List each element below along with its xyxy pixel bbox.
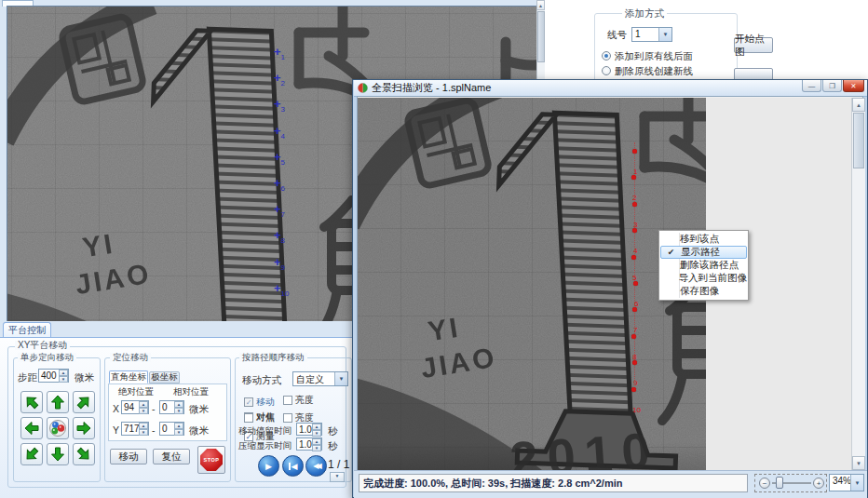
menu-item[interactable]: 导入到当前图像 xyxy=(660,272,747,285)
radio-add-after-line[interactable] xyxy=(602,51,611,61)
checkbox-对焦[interactable]: 对焦 xyxy=(244,411,275,424)
move-up-button[interactable] xyxy=(47,391,69,413)
plus-marker-icon: + xyxy=(274,228,281,242)
trackball-icon xyxy=(49,420,66,437)
scan-point-marker[interactable]: +2 xyxy=(274,69,285,86)
display-time-spinner[interactable]: 1.0 ▲▼ xyxy=(296,437,322,451)
scan-point-marker[interactable]: +7 xyxy=(274,200,285,217)
y-dash: - xyxy=(152,424,156,436)
scroll-up-icon[interactable]: ▲ xyxy=(852,98,865,112)
main-window-left-edge xyxy=(0,7,7,322)
close-button[interactable]: ✕ xyxy=(843,80,864,92)
scan-point-marker[interactable]: +1 xyxy=(274,43,285,60)
dot-marker-icon xyxy=(632,228,637,233)
checkbox-移动[interactable]: ✓移动 xyxy=(244,396,275,409)
page-spinner[interactable]: ▼ xyxy=(330,472,345,482)
move-button[interactable]: 移动 xyxy=(110,449,147,464)
rewind-icon: ◀◀ xyxy=(313,462,319,470)
path-point-marker[interactable]: 10 xyxy=(631,379,640,412)
x-label: X xyxy=(113,403,119,414)
checkbox-亮度[interactable]: 亮度 xyxy=(283,394,314,407)
minimize-button[interactable]: — xyxy=(802,80,821,92)
skip-to-start-button[interactable]: ◀ xyxy=(282,455,304,477)
add-mode-title: 添加方式 xyxy=(622,7,667,20)
relative-header: 相对位置 xyxy=(173,386,209,398)
move-down-left-button[interactable] xyxy=(20,443,43,465)
move-mode-combo[interactable]: 自定义 ▼ xyxy=(292,371,348,386)
scan-point-marker[interactable]: +4 xyxy=(274,122,285,139)
arrow-down-icon xyxy=(50,447,65,462)
positioning-title: 定位移动 xyxy=(110,353,151,362)
zoom-slider-handle[interactable] xyxy=(776,477,783,489)
checkbox-icon: ✓ xyxy=(244,397,253,407)
move-right-button[interactable] xyxy=(73,417,95,439)
maximize-button[interactable]: ❐ xyxy=(822,80,842,92)
step-unit: 微米 xyxy=(75,371,94,384)
move-up-right-button[interactable] xyxy=(73,391,95,413)
move-down-right-button[interactable] xyxy=(73,443,95,465)
dot-marker-icon xyxy=(632,307,637,312)
plus-marker-icon: + xyxy=(274,255,281,269)
line-number-combo[interactable]: 1 ▼ xyxy=(631,27,672,42)
spin-up-icon[interactable]: ▲ xyxy=(59,370,68,376)
zoom-in-icon[interactable]: + xyxy=(813,478,824,489)
arrow-up-icon xyxy=(50,395,65,410)
menu-item[interactable]: 保存图像 xyxy=(660,285,747,298)
trackball-button[interactable] xyxy=(47,417,69,439)
plus-marker-icon: + xyxy=(274,176,281,190)
menu-item[interactable]: 移到该点 xyxy=(660,233,747,246)
dot-marker-icon xyxy=(631,334,636,339)
scan-point-marker[interactable]: +8 xyxy=(274,226,285,243)
panorama-image[interactable] xyxy=(358,98,706,470)
dot-marker-icon xyxy=(631,387,636,392)
menu-item[interactable]: ✔显示路径 xyxy=(660,246,747,259)
step-spinner[interactable]: 400 ▲▼ xyxy=(38,369,69,383)
scan-point-marker[interactable]: +3 xyxy=(274,95,285,112)
stop-sign-icon: STOP xyxy=(200,449,223,471)
x-absolute-spinner[interactable]: 94 ▲▼ xyxy=(121,400,149,414)
scrollbar-thumb[interactable] xyxy=(537,11,545,62)
y-relative-spinner[interactable]: 0 ▲▼ xyxy=(159,422,184,436)
zoom-level-combo[interactable]: 34% ▼ xyxy=(829,474,864,491)
arrow-up-right-icon xyxy=(74,392,95,413)
dialog-vertical-scrollbar[interactable]: ▲ ▼ xyxy=(851,98,865,470)
plus-marker-icon: + xyxy=(274,45,281,59)
move-up-left-button[interactable] xyxy=(20,391,43,413)
dwell-time-spinner[interactable]: 1.0 ▲▼ xyxy=(296,423,322,436)
chevron-down-icon: ▼ xyxy=(334,372,347,385)
scan-point-marker[interactable]: +5 xyxy=(274,148,285,165)
menu-item[interactable]: 删除该路径点 xyxy=(660,259,747,272)
tab-cartesian[interactable]: 直角坐标 xyxy=(109,370,148,384)
tab-platform-control[interactable]: 平台控制 xyxy=(3,322,51,338)
dialog-title: 全景扫描浏览 - 1.splName xyxy=(372,81,491,95)
move-down-button[interactable] xyxy=(47,443,69,465)
absolute-header: 绝对位置 xyxy=(118,386,154,398)
scan-point-marker[interactable]: +9 xyxy=(274,253,285,270)
radio-delete-create-line[interactable] xyxy=(602,66,611,75)
reset-button[interactable]: 复位 xyxy=(153,449,190,464)
scroll-up-icon[interactable]: ▲ xyxy=(536,0,545,10)
stop-button[interactable]: STOP xyxy=(197,446,225,474)
scroll-down-icon[interactable]: ▼ xyxy=(852,456,865,470)
y-absolute-spinner[interactable]: 7179 ▲▼ xyxy=(121,422,149,436)
scan-point-marker[interactable]: +10 xyxy=(274,279,290,296)
x-relative-spinner[interactable]: 0 ▲▼ xyxy=(159,400,184,414)
start-plot-button[interactable]: 开始点图 xyxy=(734,37,773,53)
zoom-out-icon[interactable]: − xyxy=(759,478,770,489)
chevron-down-icon: ▼ xyxy=(850,475,863,491)
scan-point-marker[interactable]: +6 xyxy=(274,174,285,191)
spin-down-icon[interactable]: ▼ xyxy=(59,376,68,383)
x-dash: - xyxy=(152,403,156,414)
play-button[interactable]: ▶ xyxy=(258,455,279,477)
plus-marker-icon: + xyxy=(274,97,281,111)
checkbox-icon xyxy=(283,396,292,405)
plus-marker-icon: + xyxy=(274,202,281,216)
rewind-button[interactable]: ◀◀ xyxy=(305,455,327,477)
scrollbar-thumb[interactable] xyxy=(853,113,864,168)
dot-marker-icon xyxy=(631,175,636,180)
tab-polar[interactable]: 极坐标 xyxy=(149,371,180,384)
move-left-button[interactable] xyxy=(20,417,43,439)
skip-start-icon: ◀ xyxy=(292,462,298,471)
dot-marker-icon xyxy=(632,149,637,154)
dialog-titlebar[interactable]: 全景扫描浏览 - 1.splName xyxy=(354,80,867,97)
